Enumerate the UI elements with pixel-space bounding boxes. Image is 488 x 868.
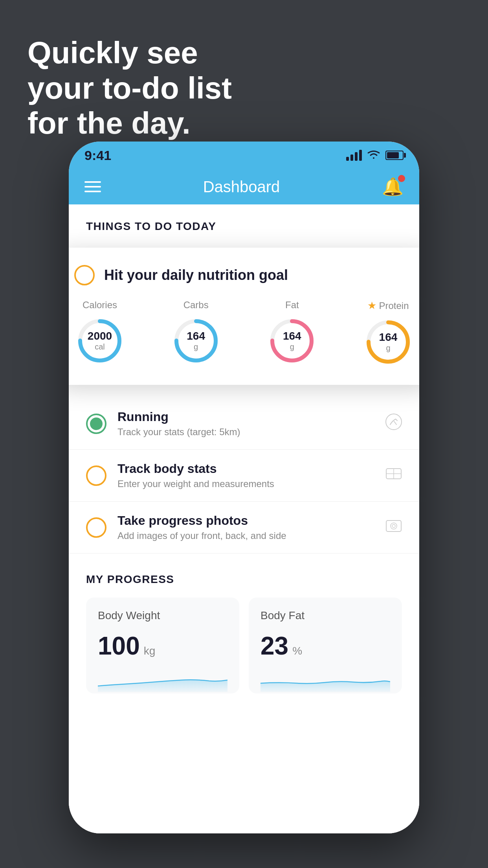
body-fat-card: Body Fat 23 % xyxy=(249,598,402,693)
carbs-label: Carbs xyxy=(183,300,209,311)
body-weight-title: Body Weight xyxy=(98,609,227,622)
nav-bar: Dashboard 🔔 xyxy=(69,169,419,204)
todo-list: Running Track your stats (target: 5km) T… xyxy=(69,398,419,554)
wifi-icon xyxy=(367,149,381,162)
photos-subtitle: Add images of your front, back, and side xyxy=(117,530,374,541)
carbs-value: 164 xyxy=(187,330,205,342)
carbs-ring: 164 g xyxy=(171,315,222,366)
body-stats-title: Track body stats xyxy=(117,462,374,476)
progress-section: MY PROGRESS Body Weight 100 kg xyxy=(69,554,419,693)
notification-bell[interactable]: 🔔 xyxy=(382,177,404,197)
photos-icon xyxy=(385,517,402,538)
protein-ring: 164 g xyxy=(363,316,414,368)
body-stats-text: Track body stats Enter your weight and m… xyxy=(117,462,374,489)
nutrition-fat: Fat 164 g xyxy=(266,300,317,368)
nutrition-card: Hit your daily nutrition goal Calories 2… xyxy=(69,248,419,385)
body-fat-value-row: 23 % xyxy=(261,631,390,660)
calories-value: 2000 xyxy=(88,330,112,342)
running-subtitle: Track your stats (target: 5km) xyxy=(117,427,374,438)
status-time: 9:41 xyxy=(84,148,111,163)
progress-header: MY PROGRESS xyxy=(86,573,402,586)
fat-ring: 164 g xyxy=(266,315,317,366)
things-to-do-header: THINGS TO DO TODAY xyxy=(69,204,419,241)
svg-point-13 xyxy=(391,523,397,529)
body-stats-icon xyxy=(385,465,402,486)
status-bar: 9:41 xyxy=(69,142,419,169)
running-title: Running xyxy=(117,410,374,424)
photos-title: Take progress photos xyxy=(117,513,374,528)
notification-dot xyxy=(398,175,405,182)
app-content: THINGS TO DO TODAY Hit your daily nutrit… xyxy=(69,204,419,833)
phone-frame: 9:41 Da xyxy=(69,142,419,833)
svg-point-8 xyxy=(386,414,402,430)
photos-text: Take progress photos Add images of your … xyxy=(117,513,374,541)
battery-icon xyxy=(385,151,404,160)
todo-body-stats[interactable]: Track body stats Enter your weight and m… xyxy=(69,450,419,502)
body-weight-unit: kg xyxy=(144,645,156,657)
body-stats-check-circle[interactable] xyxy=(86,465,106,486)
hero-text: Quickly see your to-do list for the day. xyxy=(28,35,232,141)
calories-label: Calories xyxy=(83,300,117,311)
protein-star-icon: ★ xyxy=(367,300,376,312)
signal-icon xyxy=(346,150,362,161)
progress-cards: Body Weight 100 kg xyxy=(86,598,402,693)
body-weight-value-row: 100 kg xyxy=(98,631,227,660)
protein-label: Protein xyxy=(379,300,409,311)
body-fat-title: Body Fat xyxy=(261,609,390,622)
nutrition-check-circle[interactable] xyxy=(74,265,95,285)
body-fat-sparkline xyxy=(261,668,390,692)
status-icons xyxy=(346,149,404,162)
todo-photos[interactable]: Take progress photos Add images of your … xyxy=(69,502,419,554)
svg-rect-12 xyxy=(386,520,401,531)
nutrition-grid: Calories 2000 cal Carbs xyxy=(74,300,414,368)
nutrition-calories: Calories 2000 cal xyxy=(74,300,125,368)
running-check-circle[interactable] xyxy=(86,414,106,434)
nav-title: Dashboard xyxy=(203,178,280,196)
protein-value: 164 xyxy=(379,331,398,344)
running-text: Running Track your stats (target: 5km) xyxy=(117,410,374,438)
fat-label: Fat xyxy=(285,300,299,311)
fat-value: 164 xyxy=(283,330,301,342)
body-weight-card: Body Weight 100 kg xyxy=(86,598,239,693)
running-icon xyxy=(385,414,402,434)
nutrition-protein: ★ Protein 164 g xyxy=(363,300,414,368)
body-weight-number: 100 xyxy=(98,631,140,660)
body-fat-number: 23 xyxy=(261,631,288,660)
body-stats-subtitle: Enter your weight and measurements xyxy=(117,478,374,489)
body-fat-unit: % xyxy=(292,645,302,657)
svg-point-14 xyxy=(392,524,395,528)
photos-check-circle[interactable] xyxy=(86,517,106,538)
hamburger-menu[interactable] xyxy=(84,181,101,192)
calories-ring: 2000 cal xyxy=(74,315,125,366)
todo-running[interactable]: Running Track your stats (target: 5km) xyxy=(69,398,419,450)
body-weight-sparkline xyxy=(98,668,227,692)
nutrition-carbs: Carbs 164 g xyxy=(171,300,222,368)
nutrition-card-title: Hit your daily nutrition goal xyxy=(104,267,288,283)
